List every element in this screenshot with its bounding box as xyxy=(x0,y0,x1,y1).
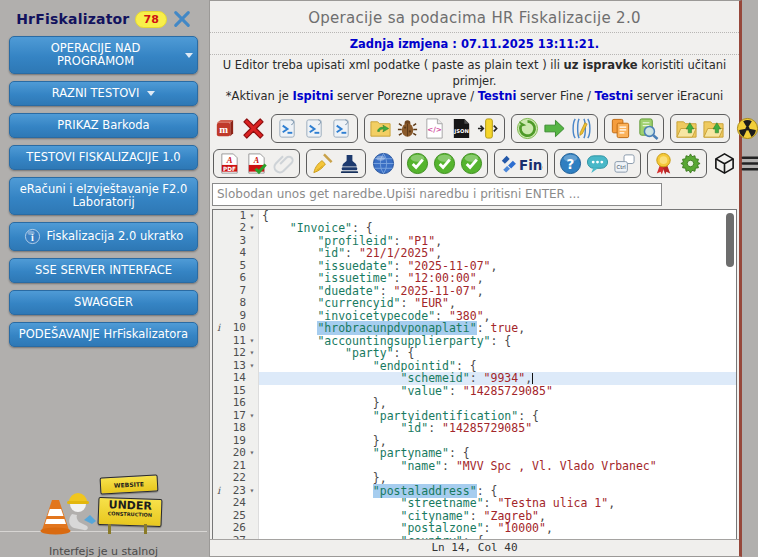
sidebar-button-prikaz-barkoda[interactable]: PRIKAZ Barkoda xyxy=(9,113,198,138)
gutter-spacer xyxy=(213,310,224,323)
m-cube-icon[interactable]: m xyxy=(213,117,236,140)
sidebar-button-eracuni-laboratorij[interactable]: eRačuni i eIzvještavanje F2.0 Laboratori… xyxy=(9,177,198,215)
fina-logo-icon[interactable]: Fina xyxy=(499,152,543,175)
help-icon[interactable]: ? xyxy=(559,152,582,175)
gutter-spacer xyxy=(246,385,259,398)
search-document-icon[interactable] xyxy=(636,117,659,140)
code-text[interactable]: "party": { xyxy=(259,347,736,360)
svg-text:i: i xyxy=(31,232,34,243)
gutter-spacer xyxy=(213,272,224,285)
menu-icon[interactable] xyxy=(740,152,758,175)
bug-icon[interactable] xyxy=(396,117,419,140)
stamp-icon[interactable] xyxy=(338,152,361,175)
sidebar-button-label: TESTOVI FISKALIZACIJE 1.0 xyxy=(26,151,180,164)
sidebar-button-operacije-nad-programom[interactable]: OPERACIJE NAD PROGRAMOM xyxy=(9,36,198,74)
award-icon[interactable] xyxy=(652,152,675,175)
check-circle-icon[interactable] xyxy=(433,152,456,175)
sidebar-button-testovi-fiskalizacije-10[interactable]: TESTOVI FISKALIZACIJE 1.0 xyxy=(9,145,198,170)
merge-icon[interactable] xyxy=(477,117,500,140)
ctrl-key-icon[interactable]: Ctrl xyxy=(613,152,636,175)
line-number: 2 xyxy=(224,222,246,235)
broom-icon[interactable] xyxy=(311,152,334,175)
editor-scrollbar-thumb[interactable] xyxy=(726,213,734,267)
line-number: 16 xyxy=(224,397,246,410)
fold-arrow-icon[interactable]: ▾ xyxy=(246,447,259,460)
paste-xml-icon[interactable] xyxy=(303,117,326,140)
gutter-spacer xyxy=(246,285,259,298)
folder-export-icon[interactable] xyxy=(675,117,698,140)
toolbar-group: </>JSON xyxy=(364,114,505,143)
arrow-right-icon[interactable] xyxy=(543,117,566,140)
delete-x-icon[interactable] xyxy=(242,117,265,140)
gutter-spacer xyxy=(246,247,259,260)
check-circle-icon[interactable] xyxy=(460,152,483,175)
gutter-spacer xyxy=(246,372,259,385)
fold-arrow-icon[interactable]: ▾ xyxy=(246,335,259,348)
fold-arrow-icon[interactable]: ▾ xyxy=(246,410,259,423)
toolbar-group xyxy=(713,152,758,175)
paste-xml-icon[interactable] xyxy=(330,117,353,140)
folder-import-icon[interactable] xyxy=(369,117,392,140)
sidebar-button-fiskalizacija-20-ukratko[interactable]: iFiskalizacija 2.0 ukratko xyxy=(9,222,198,251)
gutter-info-icon[interactable]: i xyxy=(213,485,224,498)
sidebar-button-swagger[interactable]: SWAGGER xyxy=(9,290,198,315)
fold-arrow-icon[interactable]: ▾ xyxy=(246,485,259,498)
command-input[interactable] xyxy=(212,183,662,206)
pdf-icon[interactable]: APDF xyxy=(218,152,241,175)
gutter-spacer xyxy=(213,472,224,485)
app-root: { "sidebar": { "title": "HrFiskalizator"… xyxy=(0,0,758,557)
toolbar-group: APDFA xyxy=(213,149,300,178)
sidebar-button-podesavanje-hrfiskalizatora[interactable]: PODEŠAVANJE HrFiskalizatora xyxy=(9,322,198,347)
line-number: 10 xyxy=(224,322,246,335)
fold-arrow-icon[interactable]: ▾ xyxy=(246,360,259,373)
gutter-spacer xyxy=(246,297,259,310)
close-icon[interactable] xyxy=(173,10,191,28)
gutter-spacer xyxy=(246,272,259,285)
instruction-line-1: U Editor treba upisati xml podatke ( pas… xyxy=(214,58,735,89)
validate-xml-icon[interactable] xyxy=(570,117,593,140)
json-file-icon[interactable]: JSON xyxy=(450,117,473,140)
gear-icon[interactable] xyxy=(679,152,702,175)
fold-arrow-icon[interactable]: ▾ xyxy=(246,347,259,360)
xml-document-icon[interactable]: </> xyxy=(423,117,446,140)
gutter-info-icon[interactable]: i xyxy=(213,322,224,335)
fold-arrow-icon[interactable]: ▾ xyxy=(246,210,259,223)
sidebar-button-label: eRačuni i eIzvještavanje F2.0 Laboratori… xyxy=(14,183,193,209)
check-circle-icon[interactable] xyxy=(406,152,429,175)
gutter-spacer xyxy=(246,235,259,248)
gutter-spacer xyxy=(213,422,224,435)
radiation-icon[interactable] xyxy=(736,117,758,140)
sidebar-button-sse-server-interface[interactable]: SSE SERVER INTERFACE xyxy=(9,258,198,283)
refresh-icon[interactable] xyxy=(516,117,539,140)
code-text[interactable]: }, xyxy=(259,472,736,485)
paperclip-icon[interactable] xyxy=(272,152,295,175)
line-number: 18 xyxy=(224,422,246,435)
sidebar-button-razni-testovi[interactable]: RAZNI TESTOVI xyxy=(9,81,198,106)
fold-arrow-icon[interactable]: ▾ xyxy=(246,222,259,235)
line-number: 12 xyxy=(224,347,246,360)
chat-icon[interactable] xyxy=(586,152,609,175)
info-icon: i xyxy=(24,228,41,245)
json-editor[interactable]: 1▾{2▾ "Invoice": {3 "profileid": "P1",4 … xyxy=(212,209,737,556)
package-cube-icon[interactable] xyxy=(713,152,736,175)
paste-xml-icon[interactable] xyxy=(276,117,299,140)
sidebar-button-label: RAZNI TESTOVI xyxy=(52,87,140,100)
editor-line-22[interactable]: 22 }, xyxy=(213,472,736,485)
pdf-check-icon[interactable]: A xyxy=(245,152,268,175)
editor-line-18[interactable]: 18 "id": "14285729085" xyxy=(213,422,736,435)
code-text[interactable]: "postalzone": "10000", xyxy=(259,522,736,535)
construction-sign-website: WEBSITE xyxy=(100,474,159,494)
toolbar-group xyxy=(306,149,366,178)
copy-document-icon[interactable] xyxy=(609,117,632,140)
gutter-spacer xyxy=(213,285,224,298)
gutter-spacer xyxy=(246,260,259,273)
folder-export-icon[interactable] xyxy=(702,117,725,140)
code-text[interactable]: "id": "14285729085" xyxy=(259,422,736,435)
gutter-spacer xyxy=(246,435,259,448)
gutter-spacer xyxy=(213,410,224,423)
toolbar-group xyxy=(372,152,395,175)
toolbar-group xyxy=(647,149,707,178)
gutter-spacer xyxy=(246,472,259,485)
globe-icon[interactable] xyxy=(372,152,395,175)
editor-line-2[interactable]: 2▾ "Invoice": { xyxy=(213,222,736,235)
